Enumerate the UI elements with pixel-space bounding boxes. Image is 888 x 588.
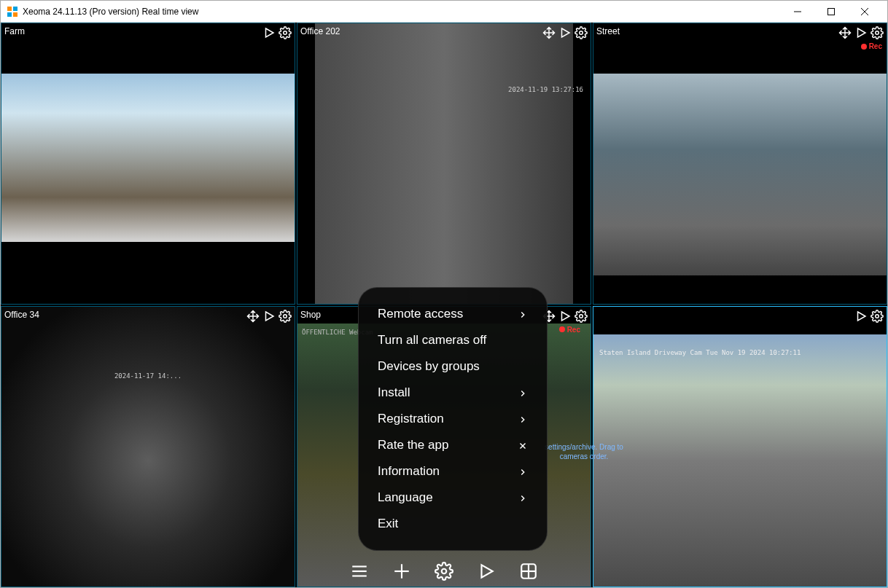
recording-indicator: Rec (861, 42, 882, 50)
gear-icon[interactable] (575, 26, 588, 39)
chevron-right-icon (518, 388, 528, 398)
svg-rect-2 (7, 12, 12, 17)
svg-rect-1 (13, 7, 17, 11)
camera-label: Office 202 (300, 26, 340, 36)
titlebar: Xeoma 24.11.13 (Pro version) Real time v… (1, 1, 887, 23)
svg-point-15 (284, 314, 287, 318)
window-controls (781, 1, 881, 23)
menu-item-devices-by-groups[interactable]: Devices by groups (359, 353, 547, 380)
close-button[interactable] (848, 1, 881, 23)
camera-tools (838, 26, 884, 39)
svg-point-27 (442, 569, 447, 574)
menu-item-registration[interactable]: Registration (359, 406, 547, 432)
svg-marker-14 (266, 312, 274, 321)
svg-rect-5 (828, 8, 835, 15)
add-icon[interactable] (392, 561, 412, 581)
camera-tools (262, 26, 292, 39)
svg-point-17 (580, 314, 583, 318)
camera-tools (542, 26, 588, 39)
move-icon[interactable] (542, 26, 556, 39)
camera-cell-farm[interactable]: Farm (1, 23, 295, 305)
content-area: Farm Office 202 2024-11-19 13:27:16 (1, 23, 887, 587)
play-icon[interactable] (558, 310, 572, 323)
svg-point-19 (876, 314, 879, 318)
menu-item-label: Devices by groups (378, 359, 480, 374)
camera-tools (542, 310, 588, 323)
bottom-toolbar (349, 561, 539, 581)
window-title: Xeoma 24.11.13 (Pro version) Real time v… (23, 7, 781, 17)
svg-point-13 (876, 31, 879, 35)
gear-icon[interactable] (279, 26, 292, 39)
camera-cell-office-202[interactable]: Office 202 2024-11-19 13:27:16 (297, 23, 591, 305)
move-icon[interactable] (246, 310, 260, 323)
menu-item-label: Exit (378, 517, 398, 531)
maximize-button[interactable] (814, 1, 848, 23)
camera-overlay-text: Staten Island Driveway Cam Tue Nov 19 20… (599, 349, 801, 356)
menu-item-label: Registration (378, 412, 444, 426)
svg-rect-0 (7, 7, 12, 11)
svg-marker-12 (858, 28, 866, 37)
camera-tools (246, 310, 292, 323)
menu-item-information[interactable]: Information (359, 458, 547, 485)
svg-marker-18 (858, 312, 866, 321)
svg-marker-16 (562, 312, 570, 321)
settings-gear-icon[interactable] (434, 561, 454, 581)
chevron-right-icon (518, 414, 528, 424)
svg-rect-3 (13, 12, 17, 17)
play-icon[interactable] (854, 310, 868, 323)
camera-timestamp: 2024-11-19 13:27:16 (508, 86, 583, 93)
video-feed (1, 307, 295, 587)
camera-cell-office-34[interactable]: Office 34 2024-11-17 14:... (1, 306, 295, 588)
play-icon[interactable] (262, 310, 276, 323)
menu-item-install[interactable]: Install (359, 380, 547, 406)
main-menu-popup: Remote access Turn all cameras off Devic… (358, 287, 548, 551)
camera-label: Farm (4, 26, 25, 36)
camera-cell-driveway[interactable]: Staten Island Driveway Cam Tue Nov 19 20… (593, 306, 887, 588)
video-feed (297, 23, 591, 304)
svg-marker-28 (482, 565, 493, 577)
video-feed (593, 23, 887, 304)
menu-icon[interactable] (349, 561, 370, 581)
camera-label: Office 34 (4, 310, 39, 320)
menu-item-turn-all-cameras-off[interactable]: Turn all cameras off (359, 327, 547, 353)
play-icon[interactable] (558, 26, 572, 39)
hint-tooltip: settings/archive. Drag to cameras order. (533, 442, 635, 461)
menu-item-label: Language (378, 490, 433, 505)
menu-item-exit[interactable]: Exit (359, 511, 547, 537)
gear-icon[interactable] (871, 310, 884, 323)
camera-label: Shop (300, 310, 321, 320)
menu-item-label: Turn all cameras off (378, 333, 486, 348)
menu-item-remote-access[interactable]: Remote access (359, 301, 547, 327)
camera-tools (854, 310, 884, 323)
menu-item-label: Remote access (378, 307, 463, 321)
recording-indicator: Rec (559, 326, 580, 334)
gear-icon[interactable] (871, 26, 884, 39)
app-icon (7, 6, 18, 17)
play-icon[interactable] (854, 26, 868, 39)
gear-icon[interactable] (575, 310, 588, 323)
chevron-right-icon (518, 493, 528, 503)
camera-timestamp: 2024-11-17 14:... (114, 372, 182, 380)
menu-item-label: Install (378, 385, 410, 400)
play-icon[interactable] (262, 26, 276, 39)
svg-marker-8 (266, 28, 274, 37)
gear-icon[interactable] (279, 310, 292, 323)
video-feed (1, 23, 295, 304)
layout-grid-icon[interactable] (518, 561, 539, 581)
svg-point-11 (580, 31, 583, 35)
svg-marker-10 (562, 28, 570, 37)
chevron-right-icon (518, 466, 528, 477)
close-icon[interactable] (518, 440, 528, 450)
move-icon[interactable] (838, 26, 852, 39)
camera-label: Street (596, 26, 620, 36)
svg-point-9 (284, 31, 287, 35)
menu-item-label: Information (378, 464, 440, 479)
menu-item-rate-the-app[interactable]: Rate the app (359, 432, 547, 458)
menu-item-language[interactable]: Language (359, 485, 547, 511)
chevron-right-icon (518, 309, 528, 319)
menu-item-label: Rate the app (378, 438, 448, 452)
minimize-button[interactable] (781, 1, 814, 23)
camera-cell-street[interactable]: Street Rec (593, 23, 887, 305)
app-window: Xeoma 24.11.13 (Pro version) Real time v… (0, 0, 888, 588)
play-all-icon[interactable] (476, 561, 496, 581)
